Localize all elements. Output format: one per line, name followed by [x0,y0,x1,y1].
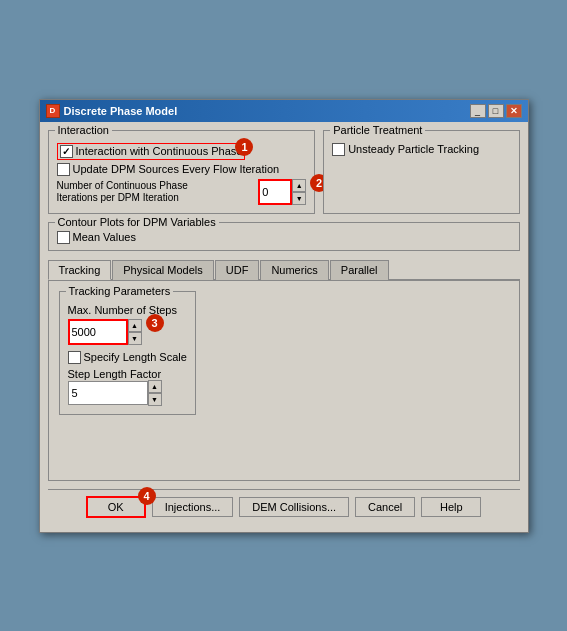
minimize-button[interactable]: _ [470,104,486,118]
specify-length-text: Specify Length Scale [84,351,187,363]
tracking-params-title: Tracking Parameters [66,285,174,297]
unsteady-tracking-text: Unsteady Particle Tracking [348,143,479,155]
continuous-phase-down-btn[interactable]: ▼ [292,192,306,205]
mean-values-label[interactable]: Mean Values [57,231,136,244]
max-steps-spinner-buttons: ▲ ▼ [128,319,142,345]
interaction-checkbox-text: Interaction with Continuous Phase [76,145,243,157]
ok-button[interactable]: OK [86,496,146,518]
badge-3: 3 [146,314,164,332]
continuous-phase-spinner-wrapper: 2 ▲ ▼ [258,179,306,205]
continuous-phase-label: Number of Continuous Phase Iterations pe… [57,180,259,204]
unsteady-tracking-row: Unsteady Particle Tracking [332,143,510,156]
interaction-checkbox[interactable] [60,145,73,158]
continuous-phase-input[interactable] [258,179,292,205]
step-length-input[interactable] [68,381,148,405]
maximize-button[interactable]: □ [488,104,504,118]
title-buttons: _ □ ✕ [470,104,522,118]
tab-tracking[interactable]: Tracking [48,260,112,280]
interaction-checkbox-row: Interaction with Continuous Phase 1 [57,143,307,160]
particle-treatment-title: Particle Treatment [330,124,425,136]
top-row: Interaction Interaction with Continuous … [48,130,520,214]
update-dpm-text: Update DPM Sources Every Flow Iteration [73,163,280,175]
interaction-checkbox-label[interactable]: Interaction with Continuous Phase [57,143,246,160]
dialog-content: Interaction Interaction with Continuous … [40,122,528,532]
dem-collisions-button[interactable]: DEM Collisions... [239,497,349,517]
max-steps-wrapper: 3 ▲ ▼ [68,319,142,345]
step-length-spinner-buttons: ▲ ▼ [148,380,162,406]
step-length-factor-label: Step Length Factor [68,368,187,380]
help-button[interactable]: Help [421,497,481,517]
update-dpm-label[interactable]: Update DPM Sources Every Flow Iteration [57,163,280,176]
update-dpm-row: Update DPM Sources Every Flow Iteration [57,163,307,176]
max-steps-label: Max. Number of Steps [68,304,187,316]
title-bar: D Discrete Phase Model _ □ ✕ [40,100,528,122]
contour-plots-group: Contour Plots for DPM Variables Mean Val… [48,222,520,251]
specify-length-label[interactable]: Specify Length Scale [68,351,187,364]
tab-numerics[interactable]: Numerics [260,260,328,280]
badge-1: 1 [235,138,253,156]
spinner-label-line2: Iterations per DPM Iteration [57,192,179,203]
interaction-group-title: Interaction [55,124,112,136]
mean-values-row: Mean Values [57,231,511,244]
window-title: Discrete Phase Model [64,105,178,117]
specify-length-checkbox[interactable] [68,351,81,364]
unsteady-tracking-checkbox[interactable] [332,143,345,156]
tabs-bar: Tracking Physical Models UDF Numerics Pa… [48,259,520,281]
particle-treatment-group: Particle Treatment Unsteady Particle Tra… [323,130,519,214]
tab-physical-models[interactable]: Physical Models [112,260,213,280]
max-steps-up-btn[interactable]: ▲ [128,319,142,332]
interaction-check-wrapper: Interaction with Continuous Phase 1 [57,143,246,160]
mean-values-checkbox[interactable] [57,231,70,244]
mean-values-text: Mean Values [73,231,136,243]
badge-4: 4 [138,487,156,505]
tab-udf[interactable]: UDF [215,260,260,280]
max-steps-input[interactable] [68,319,128,345]
app-icon: D [46,104,60,118]
injections-button[interactable]: Injections... [152,497,234,517]
step-length-up-btn[interactable]: ▲ [148,380,162,393]
tracking-params-group: Tracking Parameters Max. Number of Steps… [59,291,196,415]
main-window: D Discrete Phase Model _ □ ✕ Interaction [39,99,529,533]
bottom-buttons: OK 4 Injections... DEM Collisions... Can… [48,489,520,524]
contour-plots-title: Contour Plots for DPM Variables [55,216,219,228]
continuous-phase-spinner-buttons: ▲ ▼ [292,179,306,205]
continuous-phase-up-btn[interactable]: ▲ [292,179,306,192]
continuous-phase-row: Number of Continuous Phase Iterations pe… [57,179,307,205]
tab-content-tracking: Tracking Parameters Max. Number of Steps… [48,281,520,481]
step-length-down-btn[interactable]: ▼ [148,393,162,406]
close-button[interactable]: ✕ [506,104,522,118]
max-steps-down-btn[interactable]: ▼ [128,332,142,345]
tab-parallel[interactable]: Parallel [330,260,389,280]
title-bar-left: D Discrete Phase Model [46,104,178,118]
spinner-label-line1: Number of Continuous Phase [57,180,188,191]
interaction-group: Interaction Interaction with Continuous … [48,130,316,214]
update-dpm-checkbox[interactable] [57,163,70,176]
ok-btn-wrapper: OK 4 [86,496,146,518]
specify-length-row: Specify Length Scale [68,351,187,364]
cancel-button[interactable]: Cancel [355,497,415,517]
unsteady-tracking-label[interactable]: Unsteady Particle Tracking [332,143,479,156]
step-length-spinner-row: ▲ ▼ [68,380,187,406]
